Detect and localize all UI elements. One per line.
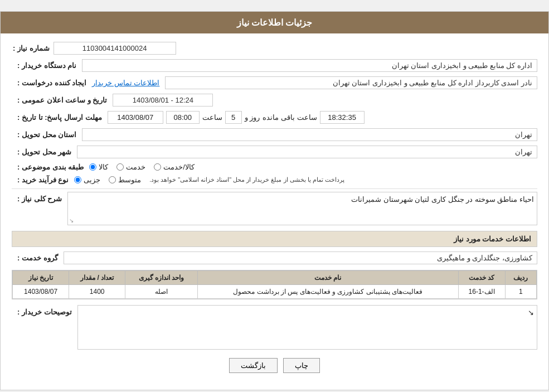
jozi-radio[interactable] [74,176,81,183]
buyer-desc-label: توصیحات خریدار : [17,308,72,316]
response-time: 08:00 [166,111,200,124]
category-kala: کالا [89,163,108,171]
kala-radio[interactable] [89,163,96,171]
col-code: کد خدمت [458,271,505,285]
need-number-row: 1103004141000024 شماره نیاز : [12,42,537,55]
purchase-jozi: جزیی [74,176,100,184]
service-group-value: کشاورزی، جنگلداری و ماهیگیری [64,251,537,264]
kala-khidmat-radio[interactable] [154,163,161,171]
creator-label: ایجاد کننده درخواست : [17,79,86,87]
cell-code: الف-1-16 [458,285,505,299]
need-number-value: 1103004141000024 [54,42,176,55]
buyer-org-value: اداره کل منابع طبیعی و ابخیزداری استان ت… [82,59,537,72]
services-section-header: اطلاعات خدمات مورد نیاز [12,231,537,247]
city-row: تهران شهر محل تحویل : [12,146,537,158]
col-row: ردیف [505,271,536,285]
need-desc-label: شرح کلی نیاز : [17,195,62,203]
contact-link[interactable]: اطلاعات تماس خریدار [92,79,159,87]
page-title: جزئیات اطلاعات نیاز [237,18,313,27]
mutavasit-radio[interactable] [109,176,116,183]
response-deadline-label: مهلت ارسال پاسخ: تا تاریخ : [17,113,102,122]
announce-label: تاریخ و ساعت اعلان عمومی : [17,96,107,104]
services-table-container: ردیف کد خدمت نام خدمت واحد اندازه گیری ت… [12,270,537,299]
khidmat-label: خدمت [126,163,145,171]
category-khidmat: خدمت [116,163,145,171]
purchase-type-label: نوع فرآیند خرید : [17,176,69,184]
cell-quantity: 1400 [69,285,125,299]
response-date: 1403/08/07 [108,111,163,124]
buttons-row: چاپ بازگشت [12,358,537,373]
jozi-label: جزیی [84,176,100,184]
response-deadline-row: 18:32:35 ساعت باقی مانده روز و 5 ساعت 08… [12,111,537,124]
category-kala-khidmat: کالا/خدمت [154,163,195,171]
announce-row: 1403/08/01 - 12:24 تاریخ و ساعت اعلان عم… [12,94,537,107]
creator-row: نادر اسدی کاربرداز اداره کل منابع طبیعی … [12,76,537,89]
purchase-mutavasit: متوسط [109,176,141,184]
category-row: کالا/خدمت خدمت کالا طبقه بندی موضوعی : [12,163,537,171]
purchase-options: متوسط جزیی [74,176,141,184]
print-button[interactable]: چاپ [283,358,320,373]
col-unit: واحد اندازه گیری [125,271,197,285]
creator-value: نادر اسدی کاربرداز اداره کل منابع طبیعی … [165,76,537,89]
remaining-label: ساعت باقی مانده [263,113,317,122]
buyer-org-label: نام دستگاه خریدار : [17,61,76,70]
service-group-label: گروه خدمت : [17,254,58,262]
cell-row: 1 [505,285,536,299]
category-label: طبقه بندی موضوعی : [17,163,84,171]
col-name: نام خدمت [197,271,458,285]
service-group-row: کشاورزی، جنگلداری و ماهیگیری گروه خدمت : [12,251,537,264]
purchase-type-row: پرداخت تمام یا بخشی از مبلغ خریدار از مح… [12,176,537,184]
resize-icon: ↘ [69,217,74,224]
kala-khidmat-label: کالا/خدمت [163,163,195,171]
cell-unit: اصله [125,285,197,299]
purchase-note: پرداخت تمام یا بخشی از مبلغ خریدار از مح… [149,176,344,183]
khidmat-radio[interactable] [116,163,124,171]
province-label: استان محل تحویل : [17,130,76,139]
days-value: 5 [225,111,242,124]
mutavasit-label: متوسط [118,176,141,184]
need-desc-value: احیاء مناطق سوخته در جنگل کاری لتیان شهر… [351,195,534,204]
table-row: 1 الف-1-16 فعالیت‌های پشتیبانی کشاورزی و… [13,285,537,299]
col-quantity: تعداد / مقدار [69,271,125,285]
announce-value: 1403/08/01 - 12:24 [113,94,213,107]
province-row: تهران استان محل تحویل : [12,128,537,141]
category-options: کالا/خدمت خدمت کالا [89,163,195,171]
need-desc-row: احیاء مناطق سوخته در جنگل کاری لتیان شهر… [12,192,537,225]
remaining-time: 18:32:35 [320,111,365,124]
buyer-org-row: اداره کل منابع طبیعی و ابخیزداری استان ت… [12,59,537,72]
page-header: جزئیات اطلاعات نیاز [1,12,548,33]
col-date: تاریخ نیاز [13,271,69,285]
need-desc-box: احیاء مناطق سوخته در جنگل کاری لتیان شهر… [67,192,537,225]
city-value: تهران [77,146,537,158]
need-number-label: شماره نیاز : [13,44,50,52]
services-header-text: اطلاعات خدمات مورد نیاز [454,235,531,243]
cell-name: فعالیت‌های پشتیبانی کشاورزی و فعالیت‌های… [197,285,458,299]
services-table: ردیف کد خدمت نام خدمت واحد اندازه گیری ت… [12,270,537,299]
response-time-label: ساعت [202,113,222,122]
back-button[interactable]: بازگشت [229,358,278,373]
days-label: روز و [245,113,260,122]
buyer-resize-icon: ↘ [528,308,534,317]
kala-label: کالا [99,163,108,171]
cell-date: 1403/08/07 [13,285,69,299]
buyer-desc-box: ↘ [77,305,537,350]
city-label: شهر محل تحویل : [17,148,71,156]
buyer-desc-row: ↘ توصیحات خریدار : [12,305,537,350]
province-value: تهران [82,128,537,141]
